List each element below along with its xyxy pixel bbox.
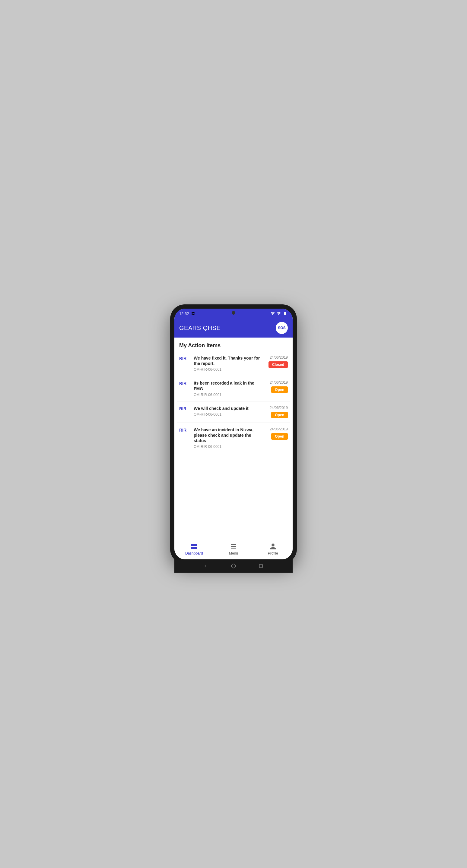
- item-meta: 24/06/2019 Open: [264, 406, 288, 418]
- bottom-nav: Dashboard Menu: [174, 539, 293, 559]
- nav-dashboard[interactable]: Dashboard: [174, 542, 214, 555]
- phone-frame: 12:52: [170, 304, 297, 564]
- status-badge: Open: [271, 412, 288, 418]
- profile-label: Profile: [268, 551, 278, 555]
- item-id: OM-RIR-06-0001: [194, 412, 261, 416]
- status-time-area: 12:52: [179, 311, 195, 316]
- item-id: OM-RIR-06-0001: [194, 367, 261, 372]
- sos-button[interactable]: SOS: [276, 322, 288, 334]
- svg-rect-0: [191, 544, 194, 546]
- battery-icon: [282, 311, 288, 315]
- item-meta: 24/06/2019 Open: [264, 427, 288, 440]
- status-badge: Closed: [268, 361, 288, 368]
- item-content: We have fixed it. Thanks your for the re…: [191, 355, 264, 372]
- content-area: My Action Items RIR We have fixed it. Th…: [174, 338, 293, 539]
- time-display: 12:52: [179, 311, 189, 316]
- item-content: We will check and update it OM-RIR-06-00…: [191, 406, 264, 416]
- phone-nav-bar: [174, 559, 293, 572]
- item-type-label: RIR: [179, 356, 191, 361]
- item-type-label: RIR: [179, 406, 191, 411]
- app-title: GEARS QHSE: [179, 324, 221, 332]
- item-type-label: RIR: [179, 381, 191, 386]
- home-button[interactable]: [231, 563, 236, 569]
- svg-rect-8: [259, 564, 262, 568]
- nav-menu[interactable]: Menu: [214, 542, 254, 555]
- svg-rect-1: [194, 544, 197, 546]
- status-badge: Open: [271, 433, 288, 440]
- phone-screen: 12:52: [174, 309, 293, 559]
- wifi-icon: [270, 311, 275, 315]
- item-title: Its been recorded a leak in the FMG: [194, 380, 261, 391]
- svg-rect-2: [191, 547, 194, 549]
- item-date: 24/06/2019: [270, 380, 288, 384]
- item-id: OM-RIR-06-0001: [194, 444, 261, 449]
- action-item[interactable]: RIR We have fixed it. Thanks your for th…: [177, 351, 290, 376]
- page-title: My Action Items: [174, 338, 293, 351]
- item-date: 24/06/2019: [270, 427, 288, 431]
- profile-icon: [269, 542, 277, 550]
- dashboard-icon: [190, 542, 198, 550]
- item-type-label: RIR: [179, 428, 191, 433]
- status-badge: Open: [271, 386, 288, 393]
- menu-label: Menu: [229, 551, 238, 555]
- item-title: We have an incident in Nizwa, please che…: [194, 427, 261, 444]
- item-date: 24/06/2019: [270, 355, 288, 360]
- item-date: 24/06/2019: [270, 406, 288, 410]
- item-content: We have an incident in Nizwa, please che…: [191, 427, 264, 449]
- status-icons: [270, 311, 288, 315]
- svg-rect-4: [231, 544, 236, 545]
- nav-profile[interactable]: Profile: [253, 542, 293, 555]
- settings-icon: [191, 311, 195, 315]
- item-id: OM-RIR-06-0001: [194, 393, 261, 397]
- action-list: RIR We have fixed it. Thanks your for th…: [174, 351, 293, 453]
- svg-rect-6: [231, 548, 236, 549]
- dashboard-label: Dashboard: [185, 551, 203, 555]
- recents-button[interactable]: [258, 563, 264, 569]
- svg-rect-5: [231, 546, 236, 547]
- item-meta: 24/06/2019 Closed: [264, 355, 288, 368]
- action-item[interactable]: RIR Its been recorded a leak in the FMG …: [177, 376, 290, 401]
- item-title: We will check and update it: [194, 406, 261, 411]
- item-title: We have fixed it. Thanks your for the re…: [194, 355, 261, 366]
- item-meta: 24/06/2019 Open: [264, 380, 288, 393]
- svg-rect-3: [194, 547, 197, 549]
- back-button[interactable]: [203, 563, 209, 569]
- action-item[interactable]: RIR We will check and update it OM-RIR-0…: [177, 401, 290, 423]
- sos-label: SOS: [278, 326, 285, 330]
- signal-icon: [276, 311, 281, 315]
- action-item[interactable]: RIR We have an incident in Nizwa, please…: [177, 423, 290, 453]
- svg-point-7: [231, 564, 236, 568]
- app-header: GEARS QHSE SOS: [174, 318, 293, 338]
- camera: [232, 311, 235, 315]
- menu-icon: [230, 542, 237, 550]
- item-content: Its been recorded a leak in the FMG OM-R…: [191, 380, 264, 397]
